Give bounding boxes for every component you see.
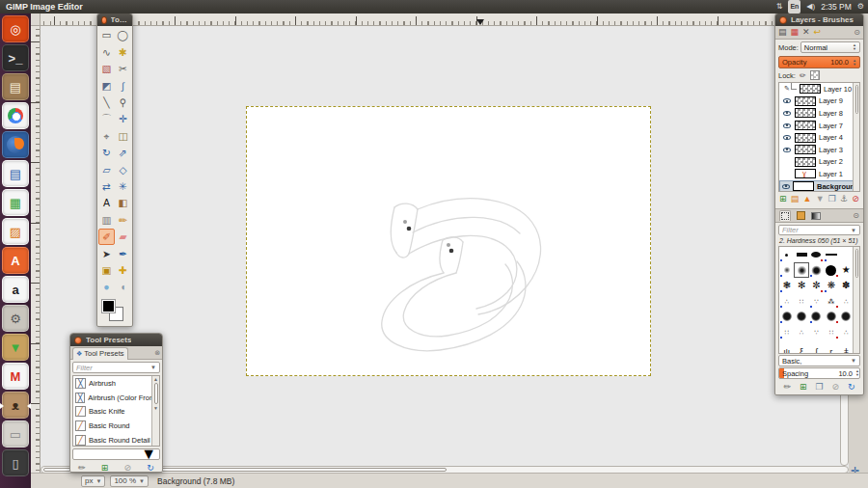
brush-swatch[interactable]: ⁂ bbox=[824, 293, 838, 309]
layer-row[interactable]: ✎ Layer 1 bbox=[779, 168, 859, 180]
visibility-eye-icon[interactable] bbox=[783, 123, 791, 128]
brush-swatch[interactable] bbox=[794, 247, 808, 262]
toolbox-titlebar[interactable]: Toolbox bbox=[97, 14, 132, 26]
tab-patterns[interactable] bbox=[795, 210, 806, 221]
brush-swatch[interactable]: ✽ bbox=[839, 278, 854, 293]
tab-brushes[interactable] bbox=[779, 210, 791, 221]
brush-swatch[interactable] bbox=[779, 247, 794, 262]
tool-scissors-select[interactable]: ✂ bbox=[115, 61, 131, 77]
brushes-filter-input[interactable]: Filter ▼ bbox=[778, 225, 860, 235]
keyboard-indicator[interactable]: En bbox=[788, 0, 800, 14]
tab-tool-presets[interactable]: ❖ Tool Presets bbox=[72, 347, 128, 360]
launcher-libreoffice-impress[interactable]: ▨ bbox=[2, 218, 29, 245]
launcher-trash[interactable]: ▯ bbox=[2, 449, 29, 476]
brush-swatch[interactable] bbox=[839, 309, 854, 324]
tab-paths[interactable]: ✕ bbox=[802, 28, 810, 37]
brush-swatch[interactable]: ɽ bbox=[824, 339, 838, 354]
tab-menu-icon[interactable]: ⊙ bbox=[853, 211, 859, 220]
layer-mode-combo[interactable]: Normal ▲▼ bbox=[800, 41, 860, 53]
tool-crop[interactable]: ◫ bbox=[115, 127, 131, 144]
close-icon[interactable] bbox=[779, 16, 787, 24]
tool-blend[interactable]: ▥ bbox=[98, 211, 115, 228]
brush-swatch[interactable] bbox=[779, 309, 794, 324]
tool-paths[interactable]: ∫ bbox=[115, 77, 131, 94]
unit-combo[interactable]: px▼ bbox=[81, 475, 105, 487]
refresh-presets-button[interactable]: ↻ bbox=[147, 464, 154, 473]
layer-row[interactable]: ✎ Layer 8 bbox=[779, 107, 859, 120]
brush-swatch[interactable]: ✻ bbox=[794, 278, 808, 293]
brush-swatch[interactable]: ∵ bbox=[809, 324, 824, 339]
close-icon[interactable] bbox=[101, 16, 107, 24]
tool-ink[interactable]: ✒ bbox=[115, 245, 131, 261]
tool-pencil[interactable]: ✏ bbox=[115, 211, 131, 228]
tool-airbrush[interactable]: ➤ bbox=[98, 245, 115, 261]
duplicate-layer-button[interactable]: ❐ bbox=[828, 195, 836, 203]
brush-tag-combo[interactable]: Basic, ▼ bbox=[778, 355, 860, 366]
delete-preset-button[interactable]: ⊘ bbox=[124, 464, 132, 473]
lock-alpha-icon[interactable] bbox=[810, 70, 820, 80]
image-canvas[interactable] bbox=[246, 106, 651, 376]
tool-shear[interactable]: ▱ bbox=[98, 161, 115, 177]
brush-swatch[interactable]: ʃ bbox=[809, 339, 824, 354]
layer-row[interactable]: ✎ Layer 7 bbox=[779, 120, 859, 132]
tool-cage-transform[interactable]: ✳ bbox=[115, 178, 131, 195]
brush-swatch[interactable]: ∷ bbox=[824, 324, 838, 339]
tool-move[interactable]: ✛ bbox=[115, 111, 131, 127]
opacity-slider[interactable]: Opacity 100.0 ▲▼ bbox=[778, 56, 860, 68]
clock[interactable]: 2:35 PM bbox=[821, 2, 852, 12]
layer-row[interactable]: ✎ Layer 4 bbox=[779, 131, 859, 144]
brushes-scrollbar[interactable] bbox=[853, 247, 859, 354]
tool-foreground-select[interactable]: ◩ bbox=[98, 77, 115, 94]
raise-layer-button[interactable]: ▲ bbox=[803, 195, 812, 203]
brush-swatch[interactable]: ∴ bbox=[839, 293, 854, 309]
tool-smudge[interactable]: ◖ bbox=[115, 279, 131, 295]
launcher-chrome[interactable] bbox=[2, 102, 29, 129]
layers-scrollbar[interactable] bbox=[853, 83, 859, 191]
tool-flip[interactable]: ⇄ bbox=[98, 178, 115, 195]
tool-zoom[interactable]: ⚲ bbox=[115, 95, 131, 111]
tab-channels[interactable]: ▦ bbox=[791, 28, 800, 37]
duplicate-brush-button[interactable]: ❐ bbox=[815, 383, 823, 392]
brush-swatch[interactable] bbox=[794, 262, 808, 278]
tool-text[interactable]: A bbox=[98, 195, 115, 211]
brush-swatch[interactable] bbox=[809, 247, 824, 262]
launcher-software-center[interactable]: A bbox=[2, 247, 29, 274]
launcher-firefox[interactable] bbox=[2, 131, 29, 158]
new-brush-button[interactable]: ⊞ bbox=[800, 383, 807, 392]
new-layer-group-button[interactable]: ▤ bbox=[791, 195, 800, 203]
tool-presets-titlebar[interactable]: Tool Presets bbox=[70, 334, 162, 346]
layer-row[interactable]: ✎ Layer 10 bbox=[779, 83, 859, 95]
brush-swatch[interactable]: ✼ bbox=[809, 278, 824, 293]
launcher-gimp[interactable]: ᴥ bbox=[2, 392, 29, 419]
visibility-eye-icon[interactable] bbox=[783, 98, 791, 103]
visibility-eye-icon[interactable] bbox=[782, 184, 790, 189]
brush-swatch[interactable]: ❃ bbox=[779, 278, 794, 293]
tool-free-select[interactable]: ∿ bbox=[98, 43, 115, 60]
tool-ellipse-select[interactable]: ◯ bbox=[115, 27, 131, 43]
tool-rectangle-select[interactable]: ▭ bbox=[98, 27, 115, 43]
tool-heal[interactable]: ✚ bbox=[115, 261, 131, 278]
lower-layer-button[interactable]: ▼ bbox=[816, 195, 825, 203]
tab-layers[interactable]: ▤ bbox=[778, 28, 787, 37]
new-layer-button[interactable]: ⊞ bbox=[779, 195, 787, 203]
tool-perspective[interactable]: ◇ bbox=[115, 161, 131, 177]
session-gear-icon[interactable]: ⚙ bbox=[857, 0, 864, 14]
brush-swatch[interactable] bbox=[809, 262, 824, 278]
presets-filter-input[interactable]: Filter ▼ bbox=[72, 362, 160, 373]
launcher-terminal[interactable]: >_ bbox=[2, 44, 29, 71]
brush-swatch[interactable] bbox=[839, 247, 854, 262]
brush-swatch[interactable]: ∴ bbox=[779, 293, 794, 309]
preset-list-item[interactable]: ╱ Basic Round bbox=[73, 419, 159, 433]
preset-list-item[interactable]: ╱ Basic Round Detail bbox=[73, 433, 159, 447]
brush-swatch[interactable]: ǂ bbox=[839, 339, 854, 354]
launcher-amazon[interactable]: a bbox=[2, 276, 29, 303]
edit-preset-button[interactable]: ✏ bbox=[78, 464, 86, 473]
tool-rotate[interactable]: ↻ bbox=[98, 145, 115, 161]
launcher-hard-drive[interactable]: ▭ bbox=[2, 420, 29, 447]
presets-combo[interactable]: ▼ bbox=[72, 448, 160, 460]
refresh-brushes-button[interactable]: ↻ bbox=[848, 383, 855, 392]
delete-layer-button[interactable]: ⊘ bbox=[852, 195, 859, 203]
brush-swatch[interactable] bbox=[824, 309, 838, 324]
launcher-system-settings[interactable]: ⚙ bbox=[2, 305, 29, 332]
tool-scale[interactable]: ⇗ bbox=[115, 145, 131, 161]
